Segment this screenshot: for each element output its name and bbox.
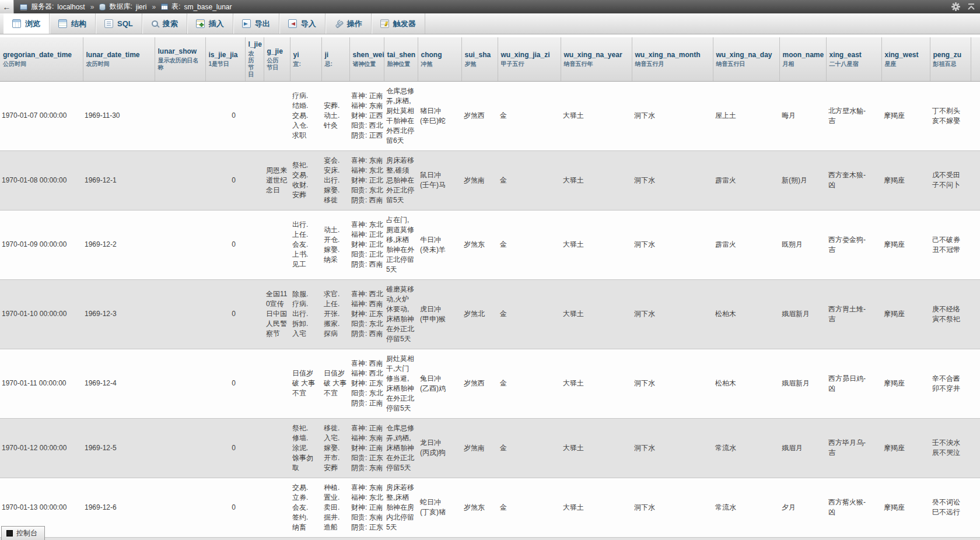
tab-triggers[interactable]: 触发器	[372, 13, 425, 34]
cell-wu_xing_na_day[interactable]: 霹雷火	[713, 210, 779, 279]
column-header-wu_xing_na_day[interactable]: wu_xing_na_day纳音五行日	[713, 37, 779, 81]
cell-is_jie_jia[interactable]	[205, 537, 245, 540]
cell-moon_name[interactable]: 娥眉新月	[779, 349, 826, 418]
cell-shen_wei[interactable]: 喜神: 西北 福神: 西南 财神: 正东 阳贵: 东北 阴贵: 西南	[349, 279, 384, 349]
cell-shen_wei[interactable]: 喜神: 东南 福神: 东北 财神: 正北 阳贵: 东北 阴贵: 西南	[349, 150, 384, 210]
cell-wu_xing_jia_zi[interactable]: 金	[498, 81, 561, 150]
cell-xing_east[interactable]: 西方昴日鸡- 凶	[826, 349, 881, 418]
cell-shen_wei[interactable]: 喜神: 正南 福神: 东南 财神: 正南 阳贵: 正东 阴贵: 东南	[349, 418, 384, 478]
cell-yi[interactable]: 疗病. 结婚. 交易. 入仓. 求职	[290, 81, 321, 150]
cell-wu_xing_na_year[interactable]: 大驿土	[561, 210, 632, 279]
cell-lunar_show[interactable]	[155, 150, 205, 210]
cell-sui_sha[interactable]: 岁煞西	[461, 81, 498, 150]
cell-wu_xing_na_month[interactable]: 洞下水	[632, 210, 713, 279]
cell-xing_west[interactable]: 摩羯座	[881, 418, 930, 478]
cell-shen_wei[interactable]: 喜神: 西南 福神: 西北 财神: 正东 阳贵: 东北 阴贵: 正南	[349, 349, 384, 418]
cell-g_jie[interactable]	[264, 349, 290, 418]
cell-ji[interactable]: 宴会. 安床. 出行. 嫁娶. 移徙	[321, 150, 349, 210]
tab-search[interactable]: 搜索	[142, 13, 187, 34]
cell-is_jie_jia[interactable]: 0	[205, 349, 245, 418]
cell-wu_xing_jia_zi[interactable]: 金	[498, 210, 561, 279]
column-header-lunar_date_time[interactable]: lunar_date_time农历时间	[83, 37, 155, 81]
cell-wu_xing_na_year[interactable]: 大驿土	[561, 150, 632, 210]
cell-xing_east[interactable]: 西方胃土雉- 吉	[826, 279, 881, 349]
cell-gregorian_date_time[interactable]: 1970-01-11 00:00:00	[0, 349, 83, 418]
cell-wu_xing_na_day[interactable]: 松柏木	[713, 349, 779, 418]
cell-gregorian_date_time[interactable]: 1970-01-09 00:00:00	[0, 210, 83, 279]
cell-moon_name[interactable]: 晦月	[779, 81, 826, 150]
cell-yi[interactable]: 日值岁破 大事不宜	[290, 349, 321, 418]
cell-wu_xing_na_month[interactable]: 洞下水	[632, 478, 713, 537]
cell-tai_shen[interactable]: 碓磨莫移动,火炉休要动,床栖胎神在外正北停留5天	[384, 279, 418, 349]
cell-wu_xing_na_day[interactable]: 松柏木	[713, 279, 779, 349]
cell-sui_sha[interactable]: 岁煞南	[461, 150, 498, 210]
cell-gregorian_date_time[interactable]: 1970-01-08 00:00:00	[0, 150, 83, 210]
cell-l_jie[interactable]	[245, 81, 264, 150]
cell-wu_xing_jia_zi[interactable]: 金	[498, 478, 561, 537]
cell-sui_sha[interactable]	[461, 537, 498, 540]
cell-wu_xing_na_day[interactable]: 常流水	[713, 478, 779, 537]
cell-shen_wei[interactable]: 喜神: 东北 福神: 正北 财神: 正北 阳贵: 正北 阴贵: 西南	[349, 210, 384, 279]
cell-g_jie[interactable]	[264, 81, 290, 150]
cell-gregorian_date_time[interactable]: 1970-01-10 00:00:00	[0, 279, 83, 349]
cell-l_jie[interactable]	[245, 418, 264, 478]
cell-xing_east[interactable]: 西方奎木狼- 凶	[826, 150, 881, 210]
cell-peng_zu[interactable]: 癸不词讼 巳不远行	[930, 478, 971, 537]
breadcrumb-database-link[interactable]: jieri	[136, 3, 147, 11]
cell-lunar_date_time[interactable]: 1969-12-2	[83, 210, 155, 279]
cell-chong[interactable]: 虎日冲 (甲申)猴	[418, 279, 461, 349]
cell-wu_xing_na_year[interactable]: 大驿土	[561, 81, 632, 150]
cell-is_jie_jia[interactable]: 0	[205, 418, 245, 478]
cell-is_jie_jia[interactable]: 0	[205, 81, 245, 150]
console-toggle-button[interactable]: 控制台	[1, 526, 45, 540]
cell-wu_xing_na_day[interactable]: 霹雷火	[713, 150, 779, 210]
cell-xing_west[interactable]: 摩羯座	[881, 81, 930, 150]
cell-peng_zu[interactable]: 壬不泱水 辰不哭泣	[930, 418, 971, 478]
cell-tai_shen[interactable]: 房床若移整,床栖胎神在房内北停留5天	[384, 478, 418, 537]
column-header-wu_xing_jia_zi[interactable]: wu_xing_jia_zi甲子五行	[498, 37, 561, 81]
cell-moon_name[interactable]: 新(朔)月	[779, 150, 826, 210]
cell-is_jie_jia[interactable]: 0	[205, 279, 245, 349]
tab-import[interactable]: 导入	[279, 13, 326, 34]
cell-lunar_show[interactable]	[155, 81, 205, 150]
cell-sui_sha[interactable]: 岁煞北	[461, 279, 498, 349]
cell-wu_xing_jia_zi[interactable]	[498, 537, 561, 540]
cell-yi[interactable]: 祭祀. 交易. 收财. 安葬	[290, 150, 321, 210]
cell-yi[interactable]: 出行. 上任. 会友. 上书. 见工	[290, 210, 321, 279]
column-header-wu_xing_na_year[interactable]: wu_xing_na_year纳音五行年	[561, 37, 632, 81]
cell-peng_zu[interactable]: 辛不合酱 卯不穿井	[930, 349, 971, 418]
cell-chong[interactable]: 猪日冲 (辛巳)蛇	[418, 81, 461, 150]
cell-ji[interactable]: 安葬. 动土. 针灸	[321, 81, 349, 150]
cell-wu_xing_na_month[interactable]: 洞下水	[632, 279, 713, 349]
tab-structure[interactable]: 结构	[50, 13, 96, 34]
cell-lunar_show[interactable]	[155, 349, 205, 418]
cell-peng_zu[interactable]: 己不破券 丑不冠带	[930, 210, 971, 279]
column-header-sui_sha[interactable]: sui_sha岁煞	[461, 37, 498, 81]
cell-ji[interactable]: 移徙. 入宅. 嫁娶. 开市. 安葬	[321, 418, 349, 478]
cell-yi[interactable]: 祈福.	[290, 537, 321, 540]
cell-xing_west[interactable]	[881, 537, 930, 540]
cell-lunar_show[interactable]	[155, 279, 205, 349]
cell-xing_west[interactable]: 摩羯座	[881, 210, 930, 279]
cell-g_jie[interactable]	[264, 537, 290, 540]
cell-xing_east[interactable]: 西方娄金狗- 吉	[826, 210, 881, 279]
cell-g_jie[interactable]	[264, 478, 290, 537]
cell-wu_xing_na_month[interactable]: 洞下水	[632, 349, 713, 418]
cell-shen_wei[interactable]: 喜神: 东南 福神: 东北 财神: 正南 阳贵: 东南 阴贵: 正东	[349, 478, 384, 537]
column-header-chong[interactable]: chong冲煞	[418, 37, 461, 81]
cell-l_jie[interactable]	[245, 537, 264, 540]
column-header-yi[interactable]: yi宜:	[290, 37, 321, 81]
cell-wu_xing_na_day[interactable]: 屋上土	[713, 81, 779, 150]
cell-xing_west[interactable]: 摩羯座	[881, 478, 930, 537]
cell-ji[interactable]: 开市.	[321, 537, 349, 540]
cell-wu_xing_jia_zi[interactable]: 金	[498, 150, 561, 210]
cell-lunar_date_time[interactable]	[83, 537, 155, 540]
cell-g_jie[interactable]	[264, 418, 290, 478]
cell-chong[interactable]: 兔日冲 (乙酉)鸡	[418, 349, 461, 418]
cell-g_jie[interactable]: 全国110宣传日中国人民警察节	[264, 279, 290, 349]
cell-peng_zu[interactable]: 庚不经络 寅不祭祀	[930, 279, 971, 349]
cell-sui_sha[interactable]: 岁煞东	[461, 478, 498, 537]
column-header-lunar_show[interactable]: lunar_show显示农历的日名称	[155, 37, 205, 81]
tab-export[interactable]: 导出	[233, 13, 279, 34]
cell-wu_xing_na_year[interactable]: 大驿土	[561, 478, 632, 537]
